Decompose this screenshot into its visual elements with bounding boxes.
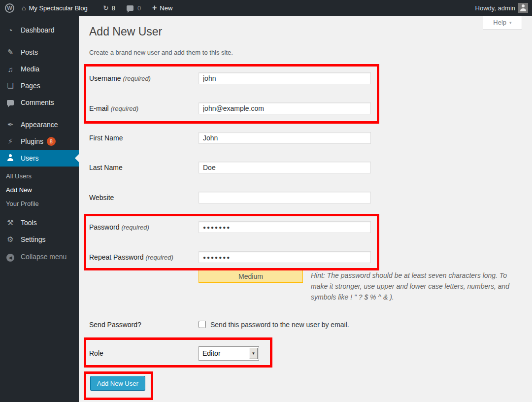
password-strength-indicator: Medium (199, 270, 303, 283)
page-subtitle: Create a brand new user and add them to … (89, 49, 233, 56)
plugins-update-badge: 8 (47, 137, 56, 146)
send-password-row: Send Password? Send this password to the… (89, 320, 464, 330)
username-row: Username(required) (89, 72, 464, 85)
repeat-password-input[interactable] (199, 251, 371, 263)
users-icon (5, 154, 16, 163)
account-menu[interactable]: Howdy, admin (475, 0, 515, 16)
home-icon: ⌂ (22, 4, 26, 12)
site-name-link[interactable]: ⌂ My Spectacular Blog (22, 0, 88, 16)
password-label: Password(required) (89, 223, 149, 231)
sidebar-item-plugins[interactable]: ⚡ Plugins 8 (0, 133, 79, 150)
main-content: Help ▾ Add New User Create a brand new u… (79, 16, 532, 402)
plus-icon: + (152, 3, 157, 12)
last-name-row: Last Name (89, 162, 464, 174)
new-content-menu[interactable]: + New (152, 0, 172, 16)
admin-bar: W ⌂ My Spectacular Blog ↻ 8 0 + New Howd… (0, 0, 532, 16)
collapse-menu-button[interactable]: ◀ Collapse menu (0, 248, 79, 265)
wordpress-logo-menu[interactable]: W (5, 0, 14, 16)
repeat-password-label: Repeat Password(required) (89, 253, 173, 261)
email-label: E-mail(required) (89, 104, 138, 112)
sidebar-item-appearance[interactable]: ✒ Appearance (0, 116, 79, 133)
updates-icon: ↻ (103, 4, 109, 12)
comment-bubble-icon (127, 5, 133, 11)
required-note: (required) (111, 105, 138, 112)
comments-count: 0 (137, 4, 141, 12)
sidebar-item-dashboard[interactable]: ◔ Dashboard (0, 22, 79, 38)
last-name-input[interactable] (199, 162, 371, 173)
send-password-text: Send this password to the new user by em… (210, 321, 349, 329)
media-icon: ♫ (5, 65, 16, 73)
repeat-password-row: Repeat Password(required) (89, 251, 464, 264)
howdy-label: Howdy, admin (475, 4, 515, 12)
role-select[interactable]: Editor ▼ (199, 346, 259, 361)
appearance-brush-icon: ✒ (5, 120, 16, 129)
user-avatar-icon (520, 4, 527, 11)
sidebar-item-settings[interactable]: ⚙ Settings (0, 231, 79, 248)
sidebar-item-comments[interactable]: Comments (0, 94, 79, 111)
email-field[interactable] (199, 102, 371, 114)
pages-icon: ❏ (5, 81, 16, 90)
pushpin-icon: ✎ (5, 48, 16, 57)
first-name-label: First Name (89, 134, 123, 142)
chevron-down-icon: ▾ (509, 20, 512, 25)
collapse-icon: ◀ (5, 252, 16, 262)
wordpress-logo-icon: W (5, 3, 14, 13)
sidebar-item-media[interactable]: ♫ Media (0, 61, 79, 77)
required-note: (required) (123, 75, 151, 82)
username-input[interactable] (199, 72, 371, 84)
wrench-icon: ⚒ (5, 218, 16, 227)
select-dropdown-arrow-icon[interactable]: ▼ (249, 348, 258, 359)
sidebar-item-posts[interactable]: ✎ Posts (0, 44, 79, 61)
sidebar-subitem-add-new[interactable]: Add New (0, 183, 79, 197)
send-password-checkbox[interactable] (199, 321, 206, 328)
sidebar-item-users[interactable]: Users (0, 150, 79, 167)
current-menu-arrow (75, 154, 79, 162)
password-input[interactable] (199, 221, 371, 233)
plugin-icon: ⚡ (5, 137, 16, 146)
updates-count: 8 (112, 4, 115, 12)
new-label: New (160, 4, 172, 12)
comments-link[interactable]: 0 (127, 0, 141, 16)
password-strength-section: Medium Hint: The password should be at l… (199, 270, 514, 302)
wordpress-admin-page: W ⌂ My Spectacular Blog ↻ 8 0 + New Howd… (0, 0, 532, 402)
admin-sidebar: ◔ Dashboard ✎ Posts ♫ Media ❏ Pages Comm… (0, 16, 79, 402)
website-label: Website (89, 194, 114, 201)
dashboard-icon: ◔ (5, 26, 16, 34)
sliders-icon: ⚙ (5, 235, 16, 244)
password-row: Password(required) (89, 221, 464, 234)
sidebar-item-tools[interactable]: ⚒ Tools (0, 214, 79, 231)
add-new-user-button[interactable]: Add New User (90, 376, 145, 391)
first-name-row: First Name (89, 132, 464, 145)
website-row: Website (89, 192, 464, 204)
role-selected-value: Editor (202, 349, 221, 357)
role-label: Role (89, 349, 103, 357)
page-title: Add New User (89, 25, 162, 38)
website-input[interactable] (199, 192, 371, 203)
send-password-label: Send Password? (89, 321, 141, 329)
email-row: E-mail(required) (89, 102, 464, 115)
sidebar-subitem-your-profile[interactable]: Your Profile (0, 197, 79, 211)
avatar (518, 3, 528, 13)
required-note: (required) (146, 254, 173, 261)
last-name-label: Last Name (89, 164, 123, 171)
sidebar-subitem-all-users[interactable]: All Users (0, 169, 79, 183)
updates-link[interactable]: ↻ 8 (103, 0, 115, 16)
help-button[interactable]: Help ▾ (483, 16, 522, 30)
site-name-label: My Spectacular Blog (29, 4, 87, 12)
comment-bubble-icon (5, 99, 16, 107)
required-note: (required) (121, 224, 149, 231)
username-label: Username(required) (89, 74, 151, 82)
sidebar-item-pages[interactable]: ❏ Pages (0, 77, 79, 94)
first-name-input[interactable] (199, 132, 371, 144)
